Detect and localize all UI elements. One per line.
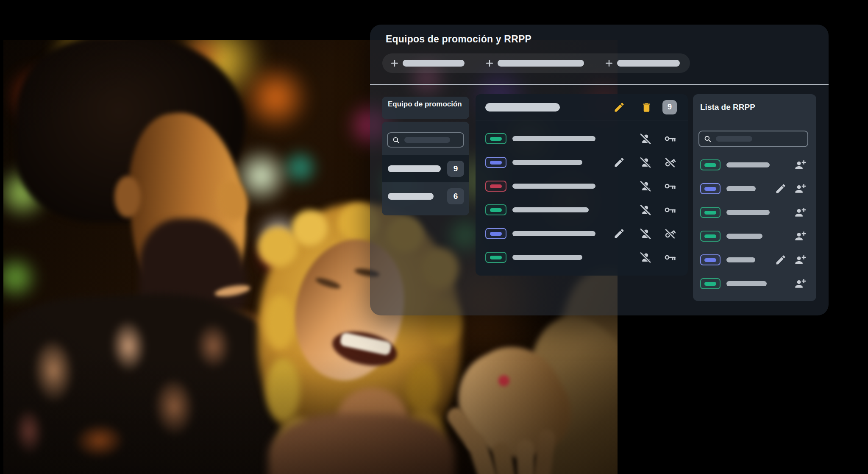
member-name-skeleton <box>512 136 595 141</box>
delete-icon[interactable] <box>641 102 652 113</box>
team-member-count: 6 <box>447 188 464 204</box>
key-off-icon[interactable] <box>664 227 676 240</box>
screenshot-stage: Equipos de promoción y RRPP Equipo de pr… <box>0 0 868 474</box>
search-icon <box>392 136 400 144</box>
rrpp-member-row[interactable] <box>693 248 816 272</box>
member-tag-green <box>485 133 506 144</box>
person-add-icon[interactable] <box>794 254 806 266</box>
member-tag-blue <box>485 157 506 168</box>
team-name-skeleton <box>388 165 441 172</box>
edit-icon[interactable] <box>613 228 625 240</box>
toolbar-skeleton-bar <box>498 60 584 67</box>
plus-icon <box>485 59 494 68</box>
key-off-icon[interactable] <box>664 156 676 169</box>
member-name-skeleton <box>512 184 595 189</box>
search-placeholder-bar <box>716 136 752 142</box>
team-title-skeleton <box>485 103 560 112</box>
member-tag-green <box>700 159 721 170</box>
plus-icon <box>390 59 399 68</box>
person-add-icon[interactable] <box>794 230 806 243</box>
member-tag-green <box>700 207 721 218</box>
team-member-count: 9 <box>447 161 464 177</box>
plus-icon <box>604 59 614 68</box>
team-member-row[interactable] <box>476 222 688 245</box>
member-name-skeleton <box>726 281 767 286</box>
member-tag-green <box>485 252 506 263</box>
team-member-row[interactable] <box>476 245 688 269</box>
person-off-icon[interactable] <box>639 227 652 240</box>
team-member-row[interactable] <box>476 151 688 174</box>
add-actions-toolbar <box>382 53 690 73</box>
edit-icon[interactable] <box>613 156 625 168</box>
member-name-skeleton <box>726 210 770 215</box>
member-name-skeleton <box>512 160 582 165</box>
edit-icon[interactable] <box>775 254 787 266</box>
promo-team-row[interactable]: 6 <box>382 182 469 210</box>
member-name-skeleton <box>726 234 762 239</box>
member-tag-green <box>700 278 721 289</box>
toolbar-divider <box>370 84 829 85</box>
person-add-icon[interactable] <box>794 206 806 219</box>
team-member-row[interactable] <box>476 127 688 151</box>
rrpp-panel-title: Lista de RRPP <box>700 103 755 112</box>
rrpp-member-row[interactable] <box>693 272 816 296</box>
rrpp-member-row[interactable] <box>693 153 816 177</box>
member-name-skeleton <box>512 231 595 236</box>
member-name-skeleton <box>726 186 756 191</box>
team-panel-header: 9 <box>476 94 688 120</box>
team-panel: 9 <box>476 94 688 276</box>
person-off-icon[interactable] <box>639 132 652 145</box>
key-icon[interactable] <box>664 204 676 216</box>
search-placeholder-bar <box>404 137 450 143</box>
person-add-icon[interactable] <box>794 183 806 195</box>
person-off-icon[interactable] <box>639 156 652 169</box>
member-tag-blue <box>700 254 721 265</box>
member-tag-red <box>485 181 506 192</box>
key-icon[interactable] <box>664 251 676 264</box>
person-off-icon[interactable] <box>639 180 652 192</box>
person-off-icon[interactable] <box>639 204 652 216</box>
toolbar-add-button[interactable] <box>390 59 465 68</box>
search-icon <box>704 135 712 143</box>
member-name-skeleton <box>726 257 755 262</box>
team-name-skeleton <box>388 193 434 200</box>
rrpp-member-row[interactable] <box>693 177 816 201</box>
person-off-icon[interactable] <box>639 251 652 264</box>
person-add-icon[interactable] <box>794 278 806 290</box>
promo-rrpp-card: Equipos de promoción y RRPP Equipo de pr… <box>370 25 829 315</box>
promo-team-row[interactable]: 9 <box>382 155 469 182</box>
toolbar-add-button[interactable] <box>604 59 680 68</box>
promo-panel-title: Equipo de promoción <box>382 97 469 119</box>
toolbar-skeleton-bar <box>617 60 680 67</box>
member-tag-blue <box>700 183 721 194</box>
promo-search-input[interactable] <box>387 132 464 148</box>
key-icon[interactable] <box>664 132 676 145</box>
member-tag-green <box>485 204 506 215</box>
rrpp-panel: Lista de RRPP <box>693 94 816 301</box>
member-name-skeleton <box>726 162 770 167</box>
member-name-skeleton <box>512 207 589 212</box>
team-member-row[interactable] <box>476 198 688 222</box>
toolbar-skeleton-bar <box>403 60 465 67</box>
person-add-icon[interactable] <box>794 159 806 171</box>
edit-icon[interactable] <box>775 183 787 195</box>
edit-icon[interactable] <box>613 101 625 113</box>
member-name-skeleton <box>512 255 582 260</box>
member-count-badge: 9 <box>662 100 677 114</box>
rrpp-search-input[interactable] <box>698 131 808 147</box>
rrpp-member-row[interactable] <box>693 224 816 248</box>
member-tag-green <box>700 231 721 242</box>
page-title: Equipos de promoción y RRPP <box>386 33 531 45</box>
member-tag-blue <box>485 228 506 239</box>
promo-panel: 96 <box>382 122 469 215</box>
key-icon[interactable] <box>664 180 676 192</box>
toolbar-add-button[interactable] <box>485 59 584 68</box>
rrpp-member-row[interactable] <box>693 201 816 224</box>
team-member-row[interactable] <box>476 174 688 198</box>
